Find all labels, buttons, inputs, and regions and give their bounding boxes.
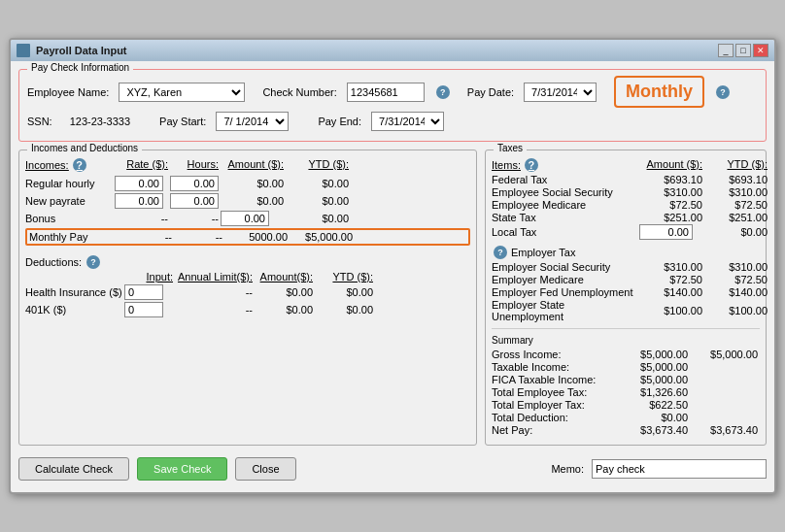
pay-end-label: Pay End: (318, 116, 361, 127)
er-state-unemp-amount: $100.00 (639, 305, 702, 316)
er-social-label: Employer Social Security (492, 261, 637, 273)
monthly-info-icon[interactable]: ? (716, 85, 730, 99)
er-state-unemp-label: Employer State Unemployment (492, 299, 637, 322)
ee-medicare-amount: $72.50 (639, 199, 702, 211)
income-row-bonus: Bonus -- -- $0.00 (25, 211, 470, 226)
net-pay-label: Net Pay: (492, 424, 618, 436)
items-label: Items: (492, 159, 521, 171)
tax-row-ee-social: Employee Social Security $310.00 $310.00 (492, 186, 760, 198)
pay-start-select[interactable]: 7/ 1/2014 (216, 112, 289, 131)
total-er-tax-label: Total Employer Tax: (492, 399, 618, 411)
taxable-income-ytd (690, 361, 758, 373)
title-bar: Payroll Data Input _ □ ✕ (11, 40, 774, 61)
deduction-row-health: Health Insurance ($) -- $0.00 $0.00 (25, 284, 470, 300)
tax-row-federal: Federal Tax $693.10 $693.10 (492, 174, 760, 185)
minimize-button[interactable]: _ (718, 44, 734, 57)
main-window: Payroll Data Input _ □ ✕ Pay Check Infor… (9, 38, 776, 494)
regular-hours-input[interactable] (170, 176, 219, 191)
er-medicare-amount: $72.50 (639, 274, 702, 285)
401k-amount: $0.00 (255, 304, 313, 316)
window-title: Payroll Data Input (36, 45, 127, 56)
incomes-deductions-panel: Incomes and Deductions Incomes: ? Rate (… (18, 150, 477, 446)
401k-ytd: $0.00 (315, 304, 373, 316)
deductions-label: Deductions: (25, 256, 82, 268)
er-state-unemp-ytd: $100.00 (704, 305, 768, 316)
federal-tax-amount: $693.10 (639, 174, 702, 185)
local-tax-input[interactable] (639, 224, 693, 240)
health-input[interactable] (124, 284, 163, 300)
employer-tax-label: Employer Tax (511, 247, 575, 258)
summary-taxable: Taxable Income: $5,000.00 (492, 361, 760, 373)
summary-label: Summary (492, 335, 760, 346)
newpayrate-hours-input[interactable] (170, 193, 219, 209)
deduction-row-401k: 401K ($) -- $0.00 $0.00 (25, 302, 470, 317)
state-tax-ytd: $251.00 (704, 212, 768, 223)
calculate-check-button[interactable]: Calculate Check (18, 457, 129, 481)
401k-annual: -- (175, 304, 253, 316)
summary-gross: Gross Income: $5,000.00 $5,000.00 (492, 349, 760, 360)
maximize-button[interactable]: □ (735, 44, 751, 57)
gross-income-amount: $5,000.00 (620, 349, 688, 360)
ssn-value: 123-23-3333 (70, 116, 130, 127)
newpayrate-rate-input[interactable] (115, 193, 163, 209)
federal-tax-ytd: $693.10 (704, 174, 768, 185)
deduct-annual-header: Annual Limit($): (175, 271, 253, 283)
tax-amount-header: Amount ($): (639, 158, 702, 172)
incomes-section-label: Incomes and Deductions (27, 143, 142, 153)
401k-input[interactable] (124, 302, 163, 317)
check-number-input[interactable] (347, 83, 425, 102)
close-window-button[interactable]: ✕ (753, 44, 768, 57)
newpayrate-amount: $0.00 (221, 195, 284, 207)
summary-total-er-tax: Total Employer Tax: $622.50 (492, 399, 760, 411)
pay-end-select[interactable]: 7/31/2014 (371, 112, 444, 131)
summary-total-deduct: Total Deduction: $0.00 (492, 412, 760, 423)
paycheck-info-section: Pay Check Information Employee Name: XYZ… (18, 69, 767, 142)
summary-section: Summary Gross Income: $5,000.00 $5,000.0… (492, 335, 760, 436)
monthly-pay-amount: 5000.00 (224, 231, 288, 243)
bonus-rate: -- (115, 213, 168, 224)
bonus-amount-input[interactable] (221, 211, 269, 226)
close-button[interactable]: Close (235, 457, 295, 481)
incomes-table-header: Incomes: ? Rate ($): Hours: Amount ($): … (25, 158, 470, 174)
newpayrate-ytd: $0.00 (286, 195, 349, 207)
employer-tax-icon[interactable]: ? (494, 246, 507, 259)
employer-social-row: Employer Social Security $310.00 $310.00 (492, 261, 760, 273)
total-er-tax-ytd (690, 399, 758, 411)
total-ee-tax-ytd (690, 386, 758, 398)
employer-fed-unemp-row: Employer Fed Unemployment $140.00 $140.0… (492, 286, 760, 298)
employer-medicare-row: Employer Medicare $72.50 $72.50 (492, 274, 760, 285)
summary-fica: FICA Taxable Income: $5,000.00 (492, 374, 760, 385)
regular-ytd: $0.00 (286, 178, 349, 189)
er-medicare-label: Employer Medicare (492, 274, 637, 285)
ssn-label: SSN: (27, 116, 52, 127)
window-icon (17, 44, 30, 57)
employee-name-select[interactable]: XYZ, Karen (119, 83, 245, 102)
deduct-input-header: Input: (124, 271, 173, 283)
income-row-regular: Regular hourly $0.00 $0.00 (25, 176, 470, 191)
rate-header: Rate ($): (115, 158, 168, 172)
check-info-icon[interactable]: ? (436, 85, 450, 99)
state-tax-amount: $251.00 (639, 212, 702, 223)
fica-label: FICA Taxable Income: (492, 374, 618, 385)
health-ytd: $0.00 (315, 286, 373, 298)
taxes-info-icon[interactable]: ? (525, 158, 538, 172)
memo-area: Memo: (551, 459, 767, 479)
pay-date-select[interactable]: 7/31/2014 (524, 83, 597, 102)
paycheck-section-label: Pay Check Information (27, 62, 133, 73)
er-medicare-ytd: $72.50 (704, 274, 768, 285)
summary-net-pay: Net Pay: $3,673.40 $3,673.40 (492, 424, 760, 436)
save-check-button[interactable]: Save Check (137, 457, 227, 481)
ytd-header: YTD ($): (286, 158, 349, 172)
hours-header: Hours: (170, 158, 219, 172)
local-tax-ytd: $0.00 (704, 226, 768, 238)
income-row-monthly: Monthly Pay -- -- 5000.00 $5,000.00 (25, 228, 470, 246)
monthly-badge: Monthly (614, 76, 704, 108)
deductions-info-icon[interactable]: ? (86, 255, 100, 269)
fica-ytd (690, 374, 758, 385)
memo-label: Memo: (551, 463, 584, 475)
memo-input[interactable] (592, 459, 767, 479)
incomes-info-icon[interactable]: ? (73, 158, 86, 172)
net-pay-amount: $3,673.40 (620, 424, 688, 436)
regular-rate-input[interactable] (115, 176, 163, 191)
ee-medicare-ytd: $72.50 (704, 199, 768, 211)
